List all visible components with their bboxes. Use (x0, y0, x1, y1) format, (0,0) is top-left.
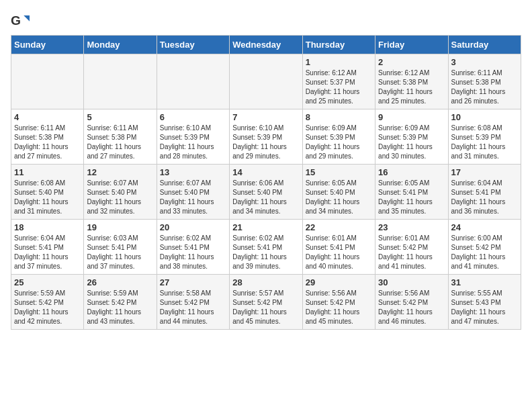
day-number: 1 (306, 57, 372, 67)
day-info: Sunrise: 6:11 AM Sunset: 5:38 PM Dayligh… (451, 68, 518, 106)
day-number: 19 (87, 222, 153, 232)
calendar-cell: 18Sunrise: 6:04 AM Sunset: 5:41 PM Dayli… (11, 220, 84, 275)
day-number: 14 (232, 167, 299, 177)
calendar-cell: 6Sunrise: 6:10 AM Sunset: 5:39 PM Daylig… (157, 109, 229, 165)
day-info: Sunrise: 6:11 AM Sunset: 5:38 PM Dayligh… (87, 124, 153, 161)
day-info: Sunrise: 5:56 AM Sunset: 5:42 PM Dayligh… (306, 289, 372, 326)
day-number: 11 (14, 167, 81, 177)
svg-text:G: G (11, 13, 21, 28)
day-number: 12 (87, 167, 153, 177)
day-info: Sunrise: 6:12 AM Sunset: 5:38 PM Dayligh… (378, 68, 445, 106)
calendar-cell: 19Sunrise: 6:03 AM Sunset: 5:41 PM Dayli… (84, 220, 157, 275)
calendar-cell: 10Sunrise: 6:08 AM Sunset: 5:39 PM Dayli… (448, 109, 521, 165)
day-info: Sunrise: 6:05 AM Sunset: 5:41 PM Dayligh… (378, 179, 445, 216)
day-number: 13 (160, 167, 226, 177)
day-info: Sunrise: 6:11 AM Sunset: 5:38 PM Dayligh… (14, 124, 81, 161)
calendar-cell: 28Sunrise: 5:57 AM Sunset: 5:42 PM Dayli… (230, 275, 302, 330)
svg-marker-1 (24, 15, 30, 21)
week-row-5: 25Sunrise: 5:59 AM Sunset: 5:42 PM Dayli… (11, 275, 521, 330)
day-number: 16 (378, 167, 445, 177)
calendar-cell: 4Sunrise: 6:11 AM Sunset: 5:38 PM Daylig… (11, 109, 84, 165)
day-info: Sunrise: 6:01 AM Sunset: 5:41 PM Dayligh… (306, 234, 372, 271)
day-number: 28 (232, 277, 299, 287)
day-number: 3 (451, 57, 518, 67)
day-info: Sunrise: 6:08 AM Sunset: 5:39 PM Dayligh… (451, 124, 518, 161)
day-number: 4 (14, 112, 81, 122)
day-number: 7 (232, 112, 299, 122)
day-number: 30 (378, 277, 445, 287)
day-number: 29 (306, 277, 372, 287)
day-info: Sunrise: 5:59 AM Sunset: 5:42 PM Dayligh… (14, 289, 81, 326)
calendar-cell (11, 54, 84, 109)
calendar-cell: 20Sunrise: 6:02 AM Sunset: 5:41 PM Dayli… (157, 220, 229, 275)
day-info: Sunrise: 5:59 AM Sunset: 5:42 PM Dayligh… (87, 289, 153, 326)
day-info: Sunrise: 6:02 AM Sunset: 5:41 PM Dayligh… (232, 234, 299, 271)
header: G (11, 11, 521, 30)
calendar-cell: 2Sunrise: 6:12 AM Sunset: 5:38 PM Daylig… (375, 54, 448, 109)
day-info: Sunrise: 6:09 AM Sunset: 5:39 PM Dayligh… (378, 124, 445, 161)
day-number: 26 (87, 277, 153, 287)
calendar-cell: 31Sunrise: 5:55 AM Sunset: 5:43 PM Dayli… (448, 275, 521, 330)
calendar-cell: 30Sunrise: 5:56 AM Sunset: 5:42 PM Dayli… (375, 275, 448, 330)
calendar-cell: 17Sunrise: 6:04 AM Sunset: 5:41 PM Dayli… (448, 165, 521, 220)
day-info: Sunrise: 5:55 AM Sunset: 5:43 PM Dayligh… (451, 289, 518, 326)
logo-icon: G (11, 11, 30, 30)
calendar-cell (157, 54, 229, 109)
calendar-cell: 13Sunrise: 6:07 AM Sunset: 5:40 PM Dayli… (157, 165, 229, 220)
calendar-cell: 22Sunrise: 6:01 AM Sunset: 5:41 PM Dayli… (302, 220, 375, 275)
day-info: Sunrise: 6:04 AM Sunset: 5:41 PM Dayligh… (451, 179, 518, 216)
calendar-cell: 21Sunrise: 6:02 AM Sunset: 5:41 PM Dayli… (230, 220, 302, 275)
calendar-cell (84, 54, 157, 109)
calendar-cell: 23Sunrise: 6:01 AM Sunset: 5:42 PM Dayli… (375, 220, 448, 275)
day-number: 10 (451, 112, 518, 122)
day-info: Sunrise: 6:09 AM Sunset: 5:39 PM Dayligh… (306, 124, 372, 161)
logo: G (11, 11, 32, 30)
day-number: 31 (451, 277, 518, 287)
day-header-wednesday: Wednesday (230, 36, 302, 54)
day-info: Sunrise: 6:10 AM Sunset: 5:39 PM Dayligh… (160, 124, 226, 161)
calendar-cell: 16Sunrise: 6:05 AM Sunset: 5:41 PM Dayli… (375, 165, 448, 220)
day-number: 20 (160, 222, 226, 232)
day-info: Sunrise: 5:58 AM Sunset: 5:42 PM Dayligh… (160, 289, 226, 326)
day-number: 8 (306, 112, 372, 122)
calendar-cell: 15Sunrise: 6:05 AM Sunset: 5:40 PM Dayli… (302, 165, 375, 220)
day-header-sunday: Sunday (11, 36, 84, 54)
calendar-cell: 24Sunrise: 6:00 AM Sunset: 5:42 PM Dayli… (448, 220, 521, 275)
calendar-cell: 1Sunrise: 6:12 AM Sunset: 5:37 PM Daylig… (302, 54, 375, 109)
calendar-cell: 9Sunrise: 6:09 AM Sunset: 5:39 PM Daylig… (375, 109, 448, 165)
day-header-tuesday: Tuesday (157, 36, 229, 54)
calendar-cell: 14Sunrise: 6:06 AM Sunset: 5:40 PM Dayli… (230, 165, 302, 220)
day-number: 22 (306, 222, 372, 232)
day-number: 5 (87, 112, 153, 122)
calendar-cell: 29Sunrise: 5:56 AM Sunset: 5:42 PM Dayli… (302, 275, 375, 330)
week-row-4: 18Sunrise: 6:04 AM Sunset: 5:41 PM Dayli… (11, 220, 521, 275)
week-row-2: 4Sunrise: 6:11 AM Sunset: 5:38 PM Daylig… (11, 109, 521, 165)
calendar-table: SundayMondayTuesdayWednesdayThursdayFrid… (11, 35, 521, 330)
day-info: Sunrise: 6:05 AM Sunset: 5:40 PM Dayligh… (306, 179, 372, 216)
day-info: Sunrise: 6:01 AM Sunset: 5:42 PM Dayligh… (378, 234, 445, 271)
calendar-cell: 26Sunrise: 5:59 AM Sunset: 5:42 PM Dayli… (84, 275, 157, 330)
week-row-3: 11Sunrise: 6:08 AM Sunset: 5:40 PM Dayli… (11, 165, 521, 220)
day-number: 17 (451, 167, 518, 177)
day-number: 6 (160, 112, 226, 122)
calendar-cell: 11Sunrise: 6:08 AM Sunset: 5:40 PM Dayli… (11, 165, 84, 220)
week-row-1: 1Sunrise: 6:12 AM Sunset: 5:37 PM Daylig… (11, 54, 521, 109)
day-number: 18 (14, 222, 81, 232)
calendar-cell: 7Sunrise: 6:10 AM Sunset: 5:39 PM Daylig… (230, 109, 302, 165)
day-number: 27 (160, 277, 226, 287)
calendar-cell: 5Sunrise: 6:11 AM Sunset: 5:38 PM Daylig… (84, 109, 157, 165)
day-number: 9 (378, 112, 445, 122)
day-info: Sunrise: 6:00 AM Sunset: 5:42 PM Dayligh… (451, 234, 518, 271)
day-info: Sunrise: 6:02 AM Sunset: 5:41 PM Dayligh… (160, 234, 226, 271)
day-info: Sunrise: 6:07 AM Sunset: 5:40 PM Dayligh… (160, 179, 226, 216)
calendar-cell: 8Sunrise: 6:09 AM Sunset: 5:39 PM Daylig… (302, 109, 375, 165)
day-info: Sunrise: 6:03 AM Sunset: 5:41 PM Dayligh… (87, 234, 153, 271)
day-header-saturday: Saturday (448, 36, 521, 54)
calendar-cell: 25Sunrise: 5:59 AM Sunset: 5:42 PM Dayli… (11, 275, 84, 330)
calendar-cell (230, 54, 302, 109)
day-info: Sunrise: 5:56 AM Sunset: 5:42 PM Dayligh… (378, 289, 445, 326)
calendar-cell: 12Sunrise: 6:07 AM Sunset: 5:40 PM Dayli… (84, 165, 157, 220)
calendar-cell: 27Sunrise: 5:58 AM Sunset: 5:42 PM Dayli… (157, 275, 229, 330)
day-header-monday: Monday (84, 36, 157, 54)
day-info: Sunrise: 6:06 AM Sunset: 5:40 PM Dayligh… (232, 179, 299, 216)
